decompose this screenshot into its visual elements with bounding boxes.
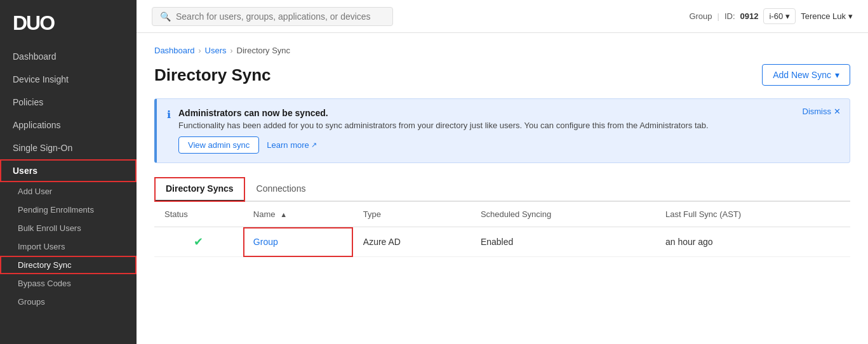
sidebar-item-sso[interactable]: Single Sign-On (0, 136, 137, 159)
learn-more-label: Learn more (267, 140, 309, 150)
sidebar-item-policies[interactable]: Policies (0, 91, 137, 114)
search-box[interactable]: 🔍 (152, 7, 393, 26)
col-status: Status (154, 202, 243, 227)
chevron-down-icon-user: ▾ (848, 11, 853, 21)
add-new-sync-label: Add New Sync (773, 70, 831, 80)
sidebar-subitem-bypass-codes[interactable]: Bypass Codes (0, 274, 137, 293)
add-new-sync-button[interactable]: Add New Sync ▾ (762, 64, 850, 86)
info-banner: ℹ Administrators can now be synced. Func… (154, 98, 850, 163)
directory-syncs-table: Status Name ▲ Type Scheduled Syncing Las… (154, 202, 850, 257)
sidebar-item-device-insight[interactable]: Device Insight (0, 68, 137, 91)
tab-connections[interactable]: Connections (245, 177, 317, 202)
chevron-down-icon-add: ▾ (835, 70, 839, 80)
row-status: ✔ (154, 227, 243, 257)
sort-icon-name: ▲ (280, 211, 287, 218)
header-group-label: Group (689, 11, 712, 21)
header-id-value: 0912 (740, 11, 759, 21)
sidebar-subitem-pending-enrollments[interactable]: Pending Enrollments (0, 201, 137, 219)
sidebar-subitem-bulk-enroll[interactable]: Bulk Enroll Users (0, 219, 137, 237)
row-scheduled-syncing: Enabled (471, 227, 655, 257)
header-divider: | (718, 11, 719, 21)
sync-name-link[interactable]: Group (253, 237, 278, 247)
col-scheduled-syncing: Scheduled Syncing (471, 202, 655, 227)
sidebar-item-applications[interactable]: Applications (0, 114, 137, 136)
sidebar-item-dashboard[interactable]: Dashboard (0, 45, 137, 68)
duo-logo: DUO (13, 11, 124, 35)
breadcrumb-users[interactable]: Users (205, 46, 227, 55)
learn-more-link[interactable]: Learn more ↗ (267, 140, 316, 150)
tab-directory-syncs-label: Directory Syncs (166, 183, 234, 194)
selector-label: i-60 (769, 11, 783, 21)
header-id-label: ID: (724, 11, 735, 21)
table-header-row: Status Name ▲ Type Scheduled Syncing Las… (154, 202, 850, 227)
tab-directory-syncs[interactable]: Directory Syncs (154, 177, 245, 202)
sidebar-subitem-directory-sync[interactable]: Directory Sync (0, 256, 137, 274)
header-right: Group | ID: 0912 i-60 ▾ Terence Luk ▾ (689, 8, 853, 24)
breadcrumb-sep-2: › (230, 46, 233, 55)
col-name[interactable]: Name ▲ (243, 202, 353, 227)
page-title: Directory Sync (154, 65, 271, 85)
sidebar-subitem-groups[interactable]: Groups (0, 293, 137, 311)
banner-actions: View admin sync Learn more ↗ (178, 136, 839, 154)
chevron-down-icon: ▾ (785, 11, 790, 21)
banner-title: Administrators can now be synced. (178, 108, 839, 118)
header-selector[interactable]: i-60 ▾ (763, 8, 796, 24)
header: 🔍 Group | ID: 0912 i-60 ▾ Terence Luk ▾ (137, 0, 868, 33)
breadcrumb-dashboard[interactable]: Dashboard (154, 46, 195, 55)
breadcrumb: Dashboard › Users › Directory Sync (154, 46, 850, 55)
table-row: ✔ Group Azure AD Enabled an hour ago (154, 227, 850, 257)
close-icon: ✕ (834, 107, 841, 116)
user-name: Terence Luk (801, 11, 846, 21)
view-admin-sync-button[interactable]: View admin sync (178, 136, 259, 154)
row-name[interactable]: Group (243, 227, 353, 257)
search-input[interactable] (176, 11, 385, 22)
banner-text: Functionality has been added for you to … (178, 121, 839, 130)
syncs-table: Status Name ▲ Type Scheduled Syncing Las… (154, 202, 850, 257)
banner-content: Administrators can now be synced. Functi… (178, 108, 839, 154)
page-header: Directory Sync Add New Sync ▾ (154, 64, 850, 86)
tabs: Directory Syncs Connections (154, 177, 850, 202)
main-content: 🔍 Group | ID: 0912 i-60 ▾ Terence Luk ▾ … (137, 0, 868, 344)
sidebar: DUO DashboardDevice InsightPoliciesAppli… (0, 0, 137, 344)
sidebar-item-users[interactable]: Users (0, 159, 137, 182)
breadcrumb-sep-1: › (199, 46, 201, 55)
status-check-icon: ✔ (194, 235, 203, 249)
col-type: Type (353, 202, 471, 227)
logo-area: DUO (0, 0, 137, 45)
info-icon: ℹ (167, 109, 171, 154)
sidebar-subitem-import-users[interactable]: Import Users (0, 237, 137, 256)
sidebar-subitem-add-user[interactable]: Add User (0, 182, 137, 201)
search-icon: 🔍 (160, 11, 171, 22)
row-last-full-sync: an hour ago (655, 227, 850, 257)
tab-connections-label: Connections (257, 183, 306, 194)
row-type: Azure AD (353, 227, 471, 257)
header-user[interactable]: Terence Luk ▾ (801, 11, 853, 21)
dismiss-button[interactable]: Dismiss ✕ (803, 107, 841, 116)
dismiss-label: Dismiss (803, 107, 832, 116)
page-content: Dashboard › Users › Directory Sync Direc… (137, 33, 868, 344)
col-last-full-sync: Last Full Sync (AST) (655, 202, 850, 227)
breadcrumb-current: Directory Sync (237, 46, 291, 55)
external-link-icon: ↗ (311, 141, 317, 149)
